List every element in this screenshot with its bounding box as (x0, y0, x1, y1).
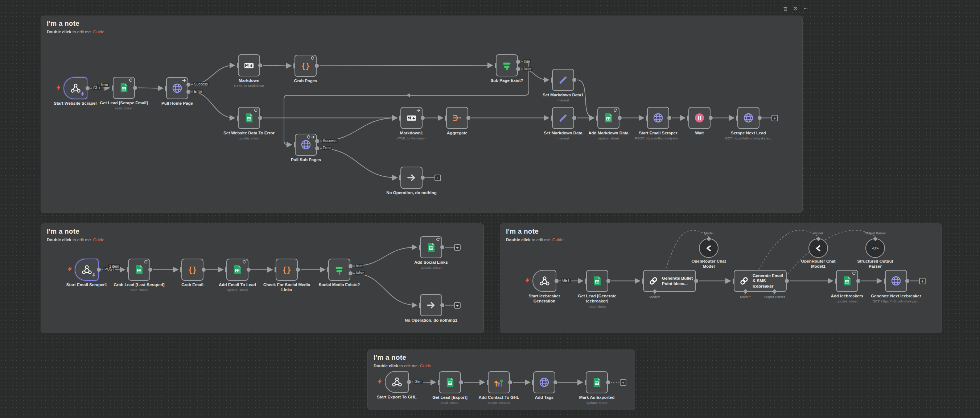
node-add_contact_to_ghl[interactable]: Add Contact To GHLcreate: contact (488, 371, 510, 393)
output-port[interactable] (667, 116, 671, 120)
input-port[interactable] (327, 267, 329, 272)
node-add_email_to_lead[interactable]: Add Email To Leadupdate: sheet (226, 259, 248, 281)
output-port[interactable] (97, 268, 101, 272)
output-port[interactable] (606, 279, 611, 283)
ellipsis-icon[interactable] (803, 6, 808, 11)
output-port[interactable] (572, 116, 576, 120)
output-port[interactable] (618, 116, 622, 120)
output-port[interactable] (555, 279, 558, 283)
output-port[interactable] (348, 271, 353, 275)
input-port[interactable] (884, 279, 885, 283)
input-port[interactable] (585, 380, 586, 385)
input-port[interactable] (237, 63, 238, 68)
input-port[interactable] (487, 380, 488, 385)
output-port[interactable] (572, 78, 576, 82)
input-port[interactable] (438, 380, 439, 385)
input-port[interactable] (551, 78, 552, 82)
node-get_lead_export[interactable]: Get Lead [Export]read: sheet (439, 371, 461, 393)
node-generate_bullet_point_ideas[interactable]: Generate Bullet Point Ideas...Model* (643, 270, 696, 292)
execute-bolt-icon[interactable] (525, 277, 530, 285)
input-port[interactable] (733, 279, 734, 283)
node-grab_lead_last_scraped[interactable]: Grab Lead [Last Scraped]read: sheet (128, 259, 150, 281)
output-port[interactable] (296, 268, 300, 272)
input-port[interactable] (585, 279, 587, 283)
input-port[interactable] (551, 116, 552, 120)
node-social_media_exists[interactable]: Social Media Exists?truefalse (328, 259, 350, 281)
node-noop[interactable]: No Operation, do nothing (401, 166, 423, 189)
input-port[interactable] (687, 116, 689, 120)
node-add_icebreakers[interactable]: Add Icebreakersupdate: sheet (836, 270, 858, 292)
output-port[interactable] (315, 139, 319, 143)
node-pull_home_page[interactable]: Pull Home PageSuccessError (166, 77, 188, 99)
output-port[interactable] (315, 146, 319, 150)
output-port[interactable] (247, 268, 251, 272)
node-openrouter_chat_model[interactable]: OpenRouter Chat ModelModel (699, 238, 719, 258)
input-port[interactable] (225, 267, 227, 272)
node-set_markdown_data[interactable]: Set Markdown Datamanual (552, 107, 574, 129)
node-aggregate[interactable]: Aggregate (446, 107, 468, 129)
output-port[interactable] (459, 380, 463, 384)
output-port[interactable] (856, 279, 860, 283)
node-scrape_next_lead[interactable]: Scrape Next LeadGET: https://n8n.infinit… (737, 107, 759, 129)
output-port[interactable] (186, 82, 191, 87)
node-structured_output_parser[interactable]: </>Structured Output ParserOutput Parser (865, 238, 885, 258)
output-port[interactable] (148, 268, 152, 272)
input-port[interactable] (736, 116, 738, 120)
output-port[interactable] (466, 116, 471, 120)
node-check_social_links[interactable]: {}Check For Social Media Links (276, 259, 298, 281)
node-wait[interactable]: Wait (688, 107, 711, 129)
input-port[interactable] (127, 267, 128, 272)
input-port[interactable] (180, 267, 182, 272)
node-noop1[interactable]: No Operation, do nothing1 (420, 294, 442, 316)
input-port[interactable] (532, 380, 533, 385)
node-openrouter_chat_model1[interactable]: OpenRouter Chat Model1Model (808, 238, 828, 258)
input-port[interactable] (596, 116, 598, 120)
node-add_tags[interactable]: Add Tags (533, 371, 555, 393)
output-port[interactable] (315, 64, 319, 68)
output-port[interactable] (421, 176, 425, 180)
input-port[interactable] (646, 116, 648, 120)
output-port[interactable] (554, 380, 557, 384)
node-start_website_scraper[interactable]: Start Website ScraperGET (64, 77, 88, 99)
output-port[interactable] (508, 380, 512, 384)
node-grab_pages[interactable]: {}Grab Pages (294, 55, 317, 77)
output-port[interactable] (421, 116, 425, 120)
output-port[interactable] (258, 63, 262, 67)
output-port[interactable] (440, 303, 444, 307)
output-port[interactable] (785, 279, 789, 283)
input-port[interactable] (237, 116, 238, 120)
output-port[interactable] (709, 116, 713, 120)
input-port[interactable] (445, 116, 447, 120)
node-sub_page_exist[interactable]: Sub Page Exist?truefalse (496, 54, 518, 76)
input-port[interactable] (165, 86, 167, 91)
node-get_lead_scrape_email[interactable]: Get Lead [Scrape Email]read: sheet (113, 77, 135, 99)
execute-bolt-icon[interactable] (56, 84, 61, 92)
output-port[interactable] (516, 60, 520, 64)
node-grab_email[interactable]: {}Grab Email (181, 259, 204, 281)
node-add_markdown_data[interactable]: Add Markdown Dataupdate: sheet (597, 107, 619, 129)
input-port[interactable] (835, 279, 836, 283)
execute-bolt-icon[interactable] (377, 378, 382, 386)
node-start_icebreaker_generation[interactable]: Start Icebreaker GenerationGET (533, 270, 556, 292)
add-node-plus-button[interactable]: + (454, 244, 461, 251)
output-port[interactable] (606, 380, 610, 384)
node-generate_next_icebreaker[interactable]: Generate Next IcebreakerGET: https://n8n… (885, 270, 907, 292)
input-port[interactable] (399, 116, 401, 120)
add-node-plus-button[interactable]: + (919, 278, 926, 284)
node-markdown[interactable]: MarkdownHTML to Markdown (238, 54, 260, 76)
input-port[interactable] (275, 267, 276, 272)
input-port[interactable] (495, 63, 496, 68)
workflow-canvas[interactable]: I'm a noteDouble click to edit me. Guide… (0, 0, 980, 418)
output-port[interactable] (133, 86, 137, 90)
output-port[interactable] (516, 67, 520, 71)
node-get_lead_generate_icebreaker[interactable]: Get Lead [Generate Icebreaker]read: shee… (586, 270, 608, 292)
node-mark_as_exported[interactable]: Mark As Exportedupdate: sheet (586, 371, 608, 393)
input-port[interactable] (399, 175, 401, 180)
output-port[interactable] (186, 90, 191, 94)
output-port[interactable] (86, 86, 89, 90)
output-port[interactable] (905, 279, 909, 283)
add-node-plus-button[interactable]: + (620, 379, 626, 386)
node-pull_sub_pages[interactable]: Pull Sub PagesSuccessError (295, 134, 317, 156)
node-start_export_to_ghl[interactable]: Start Export To GHLGET (385, 371, 409, 393)
node-markdown1[interactable]: Markdown1HTML to Markdown (401, 107, 423, 129)
